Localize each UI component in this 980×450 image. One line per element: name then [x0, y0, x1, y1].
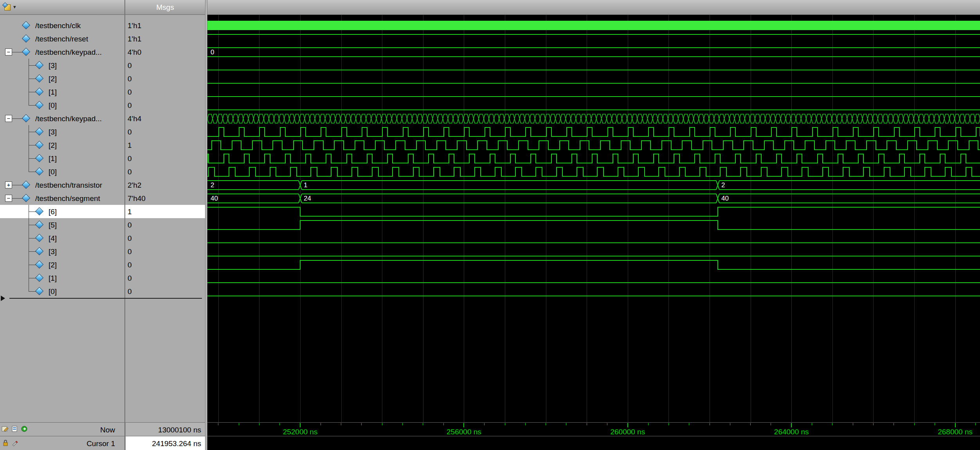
- tree-connector: [29, 285, 29, 292]
- waveform-lane[interactable]: [207, 205, 980, 218]
- waveform-lane[interactable]: [207, 285, 980, 298]
- timeline-ruler[interactable]: 252000 ns256000 ns260000 ns264000 ns2680…: [207, 422, 980, 436]
- page-icon[interactable]: [11, 425, 19, 433]
- msgs-column-header: Msgs: [125, 3, 205, 12]
- svg-text:268000 ns: 268000 ns: [938, 428, 973, 436]
- waveform-panel[interactable]: 0212402440: [207, 15, 980, 422]
- signal-name-row[interactable]: [5]: [0, 218, 124, 231]
- signal-name: [1]: [49, 154, 57, 163]
- signal-name-row[interactable]: [0]: [0, 285, 124, 298]
- waveform-lane[interactable]: [207, 59, 980, 72]
- signal-name-row[interactable]: /testbench/reset: [0, 32, 124, 45]
- waveform-lane[interactable]: [207, 125, 980, 138]
- waveform-lane[interactable]: [207, 218, 980, 231]
- signal-name-row[interactable]: /testbench/clk: [0, 19, 124, 32]
- lock-icon[interactable]: [2, 439, 9, 446]
- signal-value-cell: 1'h1: [125, 19, 205, 32]
- signal-name: [2]: [49, 141, 57, 150]
- expand-toggle[interactable]: −: [5, 115, 12, 122]
- waveform-lane[interactable]: [207, 231, 980, 245]
- wave-format-icon[interactable]: [3, 3, 12, 12]
- signal-name-row[interactable]: −/testbench/segment: [0, 192, 124, 205]
- expand-toggle[interactable]: −: [5, 48, 12, 56]
- signal-name-row[interactable]: [3]: [0, 245, 124, 258]
- waveform-lane[interactable]: [207, 99, 980, 112]
- signal-name-row[interactable]: [2]: [0, 258, 124, 271]
- waveform-lane[interactable]: [207, 112, 980, 125]
- signal-value-cell: 0: [125, 231, 205, 245]
- waveform-lane[interactable]: [207, 72, 980, 85]
- signal-name-row[interactable]: [4]: [0, 231, 124, 245]
- cursor-row[interactable]: Cursor 1 241953.264 ns: [0, 436, 980, 450]
- signal-diamond-icon: [35, 234, 43, 242]
- signal-diamond-icon: [35, 154, 43, 162]
- waveform-lane[interactable]: [207, 245, 980, 258]
- insertion-pointer-icon: [1, 296, 5, 301]
- waveform-lane[interactable]: [207, 32, 980, 45]
- tree-connector: [12, 198, 23, 199]
- cursor-name-cell: Cursor 1: [0, 436, 124, 450]
- signal-name-row[interactable]: −/testbench/keypad...: [0, 112, 124, 125]
- signal-name-panel[interactable]: /testbench/clk/testbench/reset−/testbenc…: [0, 15, 124, 422]
- signal-diamond-icon: [35, 61, 43, 69]
- signal-name-row[interactable]: [3]: [0, 59, 124, 72]
- waveform-lane[interactable]: [207, 258, 980, 271]
- waveform-lane[interactable]: 402440: [207, 192, 980, 205]
- waveform-lane[interactable]: [207, 138, 980, 152]
- expand-toggle[interactable]: +: [5, 181, 12, 188]
- notepad-pencil-icon[interactable]: [2, 425, 9, 433]
- now-value: 13000100 ns: [158, 426, 201, 434]
- waveform-lane[interactable]: [207, 19, 980, 32]
- svg-text:0: 0: [211, 48, 214, 56]
- signal-name: [1]: [49, 274, 57, 283]
- signal-name-row[interactable]: [0]: [0, 99, 124, 112]
- red-pencil-icon[interactable]: [11, 439, 19, 446]
- waveform-lane[interactable]: [207, 165, 980, 178]
- signal-name: [5]: [49, 221, 57, 229]
- signal-diamond-icon: [35, 247, 43, 255]
- signal-value-cell: 0: [125, 152, 205, 165]
- signal-name-row[interactable]: −/testbench/keypad...: [0, 45, 124, 59]
- svg-text:264000 ns: 264000 ns: [774, 428, 809, 436]
- signal-name-row[interactable]: [1]: [0, 152, 124, 165]
- name-value-divider[interactable]: [124, 0, 125, 450]
- cursor-label: Cursor 1: [86, 439, 115, 448]
- signal-name: [3]: [49, 128, 57, 136]
- signal-name-row[interactable]: [1]: [0, 271, 124, 285]
- signal-value-cell: 0: [125, 72, 205, 85]
- signal-name-row[interactable]: [3]: [0, 125, 124, 138]
- signal-value-cell: 0: [125, 165, 205, 178]
- signal-value-panel[interactable]: 1'h11'h14'h000004'h401002'h27'h401000000: [125, 15, 205, 422]
- cursor-value: 241953.264 ns: [152, 439, 201, 448]
- now-label: Now: [100, 426, 115, 434]
- waveform-lane[interactable]: 212: [207, 178, 980, 192]
- svg-text:2: 2: [211, 181, 214, 189]
- tree-connector: [29, 165, 29, 172]
- signal-name-row[interactable]: [2]: [0, 138, 124, 152]
- now-value-cell: 13000100 ns: [125, 422, 205, 436]
- waveform-lane[interactable]: [207, 271, 980, 285]
- signal-name: /testbench/keypad...: [35, 48, 102, 57]
- signal-diamond-icon: [22, 21, 30, 29]
- value-wave-splitter[interactable]: [205, 0, 207, 450]
- signal-name-row[interactable]: +/testbench/transistor: [0, 178, 124, 192]
- tree-connector: [12, 52, 23, 52]
- dropdown-caret-icon[interactable]: ▾: [13, 4, 16, 10]
- signal-name: [2]: [49, 75, 57, 83]
- cursor-track[interactable]: [207, 436, 980, 450]
- signal-name: /testbench/reset: [35, 35, 88, 43]
- signal-value-cell: 7'h40: [125, 192, 205, 205]
- signal-name-row[interactable]: [1]: [0, 85, 124, 99]
- cursor-value-cell[interactable]: 241953.264 ns: [125, 436, 205, 450]
- waveform-lane[interactable]: 0: [207, 45, 980, 59]
- signal-value-cell: 2'h2: [125, 178, 205, 192]
- waveform-lane[interactable]: [207, 152, 980, 165]
- signal-name: /testbench/transistor: [35, 181, 102, 190]
- expand-toggle[interactable]: −: [5, 195, 12, 202]
- waveform-lane[interactable]: [207, 85, 980, 99]
- signal-name-row[interactable]: [2]: [0, 72, 124, 85]
- signal-diamond-icon: [22, 181, 30, 189]
- signal-name-row[interactable]: [0]: [0, 165, 124, 178]
- signal-name-row[interactable]: [6]: [0, 205, 124, 218]
- green-refresh-icon[interactable]: [20, 425, 28, 433]
